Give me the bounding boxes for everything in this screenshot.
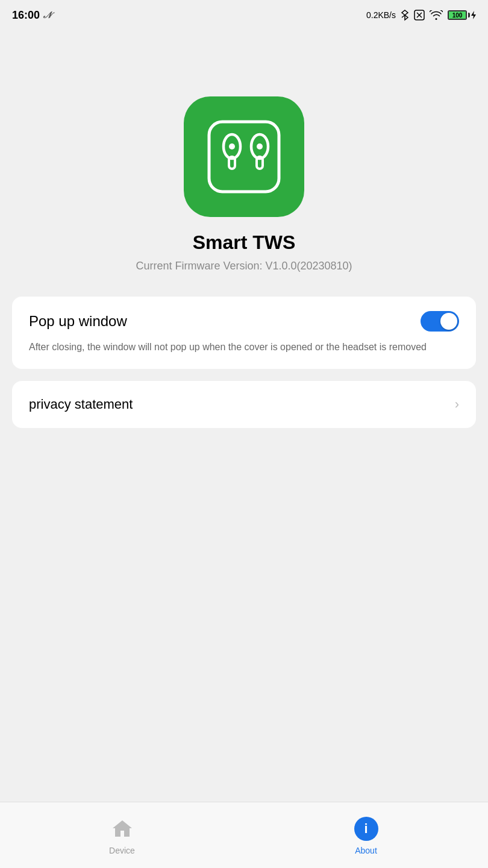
bottom-nav: Device i About [0, 802, 488, 868]
charging-icon [471, 11, 476, 19]
close-square-icon [414, 10, 425, 20]
app-icon-wrapper [184, 96, 304, 217]
svg-marker-4 [471, 11, 476, 19]
nav-item-device[interactable]: Device [109, 816, 136, 855]
svg-point-8 [229, 143, 235, 149]
popup-window-toggle[interactable] [421, 311, 459, 332]
wifi-icon [430, 10, 443, 20]
app-icon [184, 96, 304, 217]
toggle-knob [440, 313, 457, 330]
battery-indicator: 100 [448, 10, 476, 20]
privacy-card[interactable]: privacy statement › [12, 381, 476, 428]
network-speed: 0.2KB/s [366, 10, 396, 20]
status-time: 16:00 𝒩 [12, 9, 51, 22]
status-icons: 0.2KB/s 100 [366, 9, 476, 21]
app-title: Smart TWS [193, 231, 296, 254]
about-nav-label: About [355, 846, 377, 855]
svg-rect-5 [209, 122, 279, 192]
device-nav-label: Device [109, 846, 135, 855]
home-icon [111, 817, 134, 840]
chevron-right-icon: › [455, 397, 459, 412]
firmware-version: Current Firmware Version: V1.0.0(2023081… [136, 260, 352, 272]
device-nav-icon [109, 816, 136, 842]
status-bar: 16:00 𝒩 0.2KB/s 100 [0, 0, 488, 30]
main-content: Smart TWS Current Firmware Version: V1.0… [0, 30, 488, 500]
nav-item-about[interactable]: i About [353, 816, 380, 855]
info-icon: i [354, 817, 378, 841]
svg-point-11 [257, 143, 263, 149]
privacy-row[interactable]: privacy statement › [12, 381, 476, 428]
time-display: 16:00 [12, 9, 40, 22]
battery-level: 100 [452, 12, 463, 19]
about-nav-icon: i [353, 816, 380, 842]
earbuds-icon [202, 115, 286, 199]
network-icon: 𝒩 [43, 10, 51, 20]
toggle-row: Pop up window [29, 311, 459, 332]
privacy-label: privacy statement [29, 397, 133, 412]
popup-window-label: Pop up window [29, 313, 127, 330]
popup-window-card: Pop up window After closing, the window … [12, 297, 476, 369]
bluetooth-icon [401, 9, 409, 21]
popup-window-description: After closing, the window will not pop u… [29, 340, 459, 354]
